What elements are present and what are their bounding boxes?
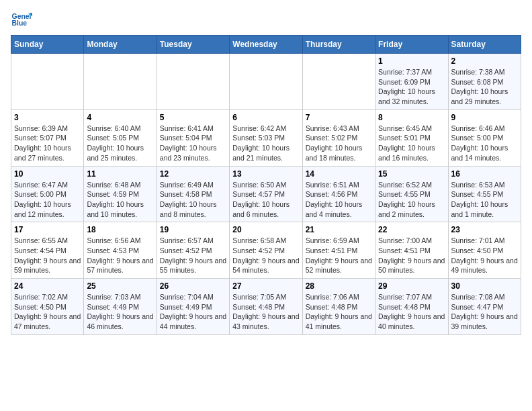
cell-info: Sunrise: 7:01 AM Sunset: 4:50 PM Dayligh…: [451, 236, 518, 275]
calendar-cell: 9Sunrise: 6:46 AM Sunset: 5:00 PM Daylig…: [448, 109, 521, 166]
cell-date: 14: [306, 169, 372, 179]
cell-date: 10: [14, 169, 81, 179]
calendar-cell: [157, 54, 229, 110]
calendar-cell: 13Sunrise: 6:50 AM Sunset: 4:57 PM Dayli…: [230, 166, 302, 222]
cell-info: Sunrise: 6:58 AM Sunset: 4:52 PM Dayligh…: [232, 236, 299, 275]
cell-date: 9: [451, 113, 518, 122]
calendar-cell: 11Sunrise: 6:48 AM Sunset: 4:59 PM Dayli…: [84, 166, 157, 222]
cell-info: Sunrise: 6:50 AM Sunset: 4:57 PM Dayligh…: [232, 180, 299, 220]
weekday-header-friday: Friday: [375, 36, 448, 54]
cell-date: 20: [232, 225, 299, 234]
cell-date: 30: [451, 281, 518, 291]
cell-info: Sunrise: 6:39 AM Sunset: 5:07 PM Dayligh…: [14, 124, 81, 163]
calendar-cell: 4Sunrise: 6:40 AM Sunset: 5:05 PM Daylig…: [84, 109, 157, 166]
cell-info: Sunrise: 6:47 AM Sunset: 5:00 PM Dayligh…: [14, 180, 81, 220]
calendar-week-row: 10Sunrise: 6:47 AM Sunset: 5:00 PM Dayli…: [11, 166, 521, 222]
calendar-cell: 16Sunrise: 6:53 AM Sunset: 4:55 PM Dayli…: [448, 166, 521, 222]
weekday-header-tuesday: Tuesday: [157, 36, 229, 54]
page-header: General Blue: [11, 11, 521, 30]
cell-date: 2: [451, 56, 518, 66]
cell-date: 19: [160, 225, 226, 234]
calendar-cell: [11, 54, 84, 110]
cell-info: Sunrise: 6:43 AM Sunset: 5:02 PM Dayligh…: [306, 124, 372, 163]
cell-info: Sunrise: 7:38 AM Sunset: 6:08 PM Dayligh…: [451, 67, 518, 107]
cell-info: Sunrise: 6:42 AM Sunset: 5:03 PM Dayligh…: [232, 124, 299, 163]
cell-date: 7: [306, 113, 372, 122]
cell-date: 18: [87, 225, 153, 234]
weekday-header-wednesday: Wednesday: [230, 36, 302, 54]
cell-info: Sunrise: 6:48 AM Sunset: 4:59 PM Dayligh…: [87, 180, 153, 220]
calendar-cell: 3Sunrise: 6:39 AM Sunset: 5:07 PM Daylig…: [11, 109, 84, 166]
calendar-cell: 20Sunrise: 6:58 AM Sunset: 4:52 PM Dayli…: [230, 222, 302, 279]
cell-date: 8: [378, 113, 445, 122]
cell-info: Sunrise: 7:06 AM Sunset: 4:48 PM Dayligh…: [306, 292, 372, 332]
cell-info: Sunrise: 7:02 AM Sunset: 4:50 PM Dayligh…: [14, 292, 81, 332]
calendar-cell: [84, 54, 157, 110]
weekday-header-monday: Monday: [84, 36, 157, 54]
cell-info: Sunrise: 7:37 AM Sunset: 6:09 PM Dayligh…: [378, 67, 445, 107]
calendar-cell: 2Sunrise: 7:38 AM Sunset: 6:08 PM Daylig…: [448, 54, 521, 110]
calendar-table: SundayMondayTuesdayWednesdayThursdayFrid…: [11, 35, 521, 335]
cell-info: Sunrise: 6:40 AM Sunset: 5:05 PM Dayligh…: [87, 124, 153, 163]
cell-date: 27: [232, 281, 299, 291]
cell-info: Sunrise: 6:59 AM Sunset: 4:51 PM Dayligh…: [306, 236, 372, 275]
cell-info: Sunrise: 7:04 AM Sunset: 4:49 PM Dayligh…: [160, 292, 226, 332]
cell-date: 5: [160, 113, 226, 122]
cell-date: 28: [306, 281, 372, 291]
cell-info: Sunrise: 7:07 AM Sunset: 4:48 PM Dayligh…: [378, 292, 445, 332]
calendar-cell: 22Sunrise: 7:00 AM Sunset: 4:51 PM Dayli…: [375, 222, 448, 279]
cell-info: Sunrise: 6:45 AM Sunset: 5:01 PM Dayligh…: [378, 124, 445, 163]
cell-info: Sunrise: 6:57 AM Sunset: 4:52 PM Dayligh…: [160, 236, 226, 275]
cell-info: Sunrise: 7:05 AM Sunset: 4:48 PM Dayligh…: [232, 292, 299, 332]
cell-date: 4: [87, 113, 153, 122]
calendar-cell: 21Sunrise: 6:59 AM Sunset: 4:51 PM Dayli…: [302, 222, 375, 279]
calendar-week-row: 1Sunrise: 7:37 AM Sunset: 6:09 PM Daylig…: [11, 54, 521, 110]
calendar-cell: 15Sunrise: 6:52 AM Sunset: 4:55 PM Dayli…: [375, 166, 448, 222]
cell-date: 26: [160, 281, 226, 291]
cell-info: Sunrise: 7:08 AM Sunset: 4:47 PM Dayligh…: [451, 292, 518, 332]
calendar-cell: [302, 54, 375, 110]
cell-info: Sunrise: 6:41 AM Sunset: 5:04 PM Dayligh…: [160, 124, 226, 163]
calendar-cell: 26Sunrise: 7:04 AM Sunset: 4:49 PM Dayli…: [157, 279, 229, 335]
cell-info: Sunrise: 6:53 AM Sunset: 4:55 PM Dayligh…: [451, 180, 518, 220]
calendar-cell: 18Sunrise: 6:56 AM Sunset: 4:53 PM Dayli…: [84, 222, 157, 279]
cell-date: 3: [14, 113, 81, 122]
calendar-cell: 8Sunrise: 6:45 AM Sunset: 5:01 PM Daylig…: [375, 109, 448, 166]
cell-date: 15: [378, 169, 445, 179]
cell-info: Sunrise: 6:51 AM Sunset: 4:56 PM Dayligh…: [306, 180, 372, 220]
svg-text:Blue: Blue: [12, 19, 28, 27]
cell-info: Sunrise: 6:55 AM Sunset: 4:54 PM Dayligh…: [14, 236, 81, 275]
calendar-cell: 10Sunrise: 6:47 AM Sunset: 5:00 PM Dayli…: [11, 166, 84, 222]
calendar-cell: 19Sunrise: 6:57 AM Sunset: 4:52 PM Dayli…: [157, 222, 229, 279]
cell-date: 25: [87, 281, 153, 291]
weekday-header-thursday: Thursday: [302, 36, 375, 54]
calendar-cell: 12Sunrise: 6:49 AM Sunset: 4:58 PM Dayli…: [157, 166, 229, 222]
logo-icon: General Blue: [11, 11, 32, 30]
calendar-cell: 24Sunrise: 7:02 AM Sunset: 4:50 PM Dayli…: [11, 279, 84, 335]
cell-date: 21: [306, 225, 372, 234]
cell-date: 22: [378, 225, 445, 234]
cell-date: 13: [232, 169, 299, 179]
cell-info: Sunrise: 6:52 AM Sunset: 4:55 PM Dayligh…: [378, 180, 445, 220]
calendar-cell: [230, 54, 302, 110]
weekday-header-saturday: Saturday: [448, 36, 521, 54]
calendar-week-row: 3Sunrise: 6:39 AM Sunset: 5:07 PM Daylig…: [11, 109, 521, 166]
cell-date: 23: [451, 225, 518, 234]
cell-date: 29: [378, 281, 445, 291]
calendar-week-row: 24Sunrise: 7:02 AM Sunset: 4:50 PM Dayli…: [11, 279, 521, 335]
calendar-cell: 7Sunrise: 6:43 AM Sunset: 5:02 PM Daylig…: [302, 109, 375, 166]
cell-info: Sunrise: 7:03 AM Sunset: 4:49 PM Dayligh…: [87, 292, 153, 332]
calendar-cell: 14Sunrise: 6:51 AM Sunset: 4:56 PM Dayli…: [302, 166, 375, 222]
cell-date: 12: [160, 169, 226, 179]
cell-date: 16: [451, 169, 518, 179]
calendar-cell: 29Sunrise: 7:07 AM Sunset: 4:48 PM Dayli…: [375, 279, 448, 335]
calendar-cell: 25Sunrise: 7:03 AM Sunset: 4:49 PM Dayli…: [84, 279, 157, 335]
logo: General Blue: [11, 11, 32, 30]
calendar-week-row: 17Sunrise: 6:55 AM Sunset: 4:54 PM Dayli…: [11, 222, 521, 279]
cell-info: Sunrise: 7:00 AM Sunset: 4:51 PM Dayligh…: [378, 236, 445, 275]
cell-date: 1: [378, 56, 445, 66]
calendar-cell: 17Sunrise: 6:55 AM Sunset: 4:54 PM Dayli…: [11, 222, 84, 279]
calendar-cell: 28Sunrise: 7:06 AM Sunset: 4:48 PM Dayli…: [302, 279, 375, 335]
weekday-header-sunday: Sunday: [11, 36, 84, 54]
calendar-cell: 1Sunrise: 7:37 AM Sunset: 6:09 PM Daylig…: [375, 54, 448, 110]
